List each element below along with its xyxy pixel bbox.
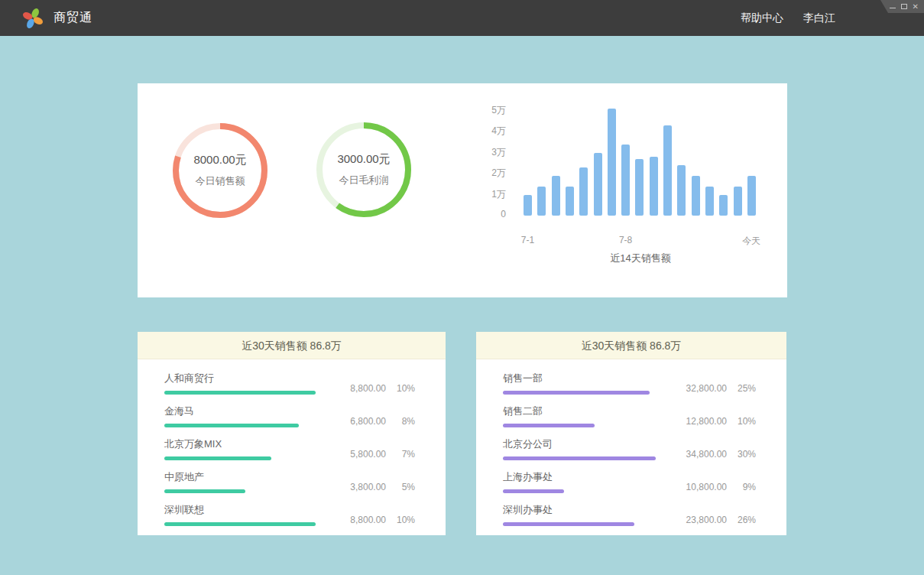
bar-day-16 [734,187,742,216]
bar-day-9 [635,159,644,216]
row-progress-bar [503,522,634,526]
row-percent: 10% [386,383,415,394]
row-value: 8,800.00 [332,515,386,525]
row-name: 深圳联想 [164,503,316,517]
bar-chart-title: 近14天销售额 [524,252,757,265]
sales-row: 北京分公司34,800.0030% [503,437,756,460]
sales-row: 销售一部32,800.0025% [503,372,756,395]
department-sales-list: 销售一部32,800.0025%销售二部12,800.0010%北京分公司34,… [476,359,786,526]
row-progress-bar [164,391,316,395]
sales-row: 人和商贸行8,800.0010% [164,372,415,395]
row-progress-bar [503,456,656,460]
bar-day-7 [608,109,616,216]
bar-day-11 [663,125,672,216]
minimize-icon[interactable] [890,8,896,8]
bar-day-14 [705,187,714,216]
sales-row: 深圳办事处23,800.0026% [503,503,756,526]
row-name: 北京万象MIX [164,437,271,451]
department-sales-panel: 近30天销售额 86.8万 销售一部32,800.0025%销售二部12,800… [476,332,786,535]
row-value: 23,800.00 [673,515,727,525]
sales-row: 上海办事处10,800.009% [503,470,756,493]
row-value: 3,800.00 [332,482,386,492]
row-value: 10,800.00 [673,482,727,492]
y-tick-label: 2万 [474,167,506,180]
summary-panel: 8000.00元 今日销售额 3000.00元 今日毛利润 30天最高：10,0… [138,83,787,297]
bar-day-8 [621,145,630,216]
pinwheel-logo-icon [21,7,44,30]
row-percent: 9% [727,482,756,492]
row-value: 8,800.00 [332,383,386,394]
row-progress-bar [503,424,595,427]
row-progress-bar [164,424,299,427]
row-name: 中原地产 [164,470,245,484]
x-tick-label: 7-8 [619,235,632,245]
bar-day-12 [677,165,686,216]
row-percent: 25% [727,383,756,394]
bar-day-15 [719,195,728,216]
row-name: 销售一部 [503,372,650,385]
sales-row: 金海马6,800.008% [164,404,415,427]
customer-sales-list: 人和商贸行8,800.0010%金海马6,800.008%北京万象MIX5,80… [138,359,446,526]
row-name: 销售二部 [503,404,595,418]
y-tick-label: 5万 [474,104,506,117]
row-name: 金海马 [164,404,299,418]
row-percent: 5% [386,482,415,492]
customer-sales-panel: 近30天销售额 86.8万 人和商贸行8,800.0010%金海马6,800.0… [138,332,446,535]
customer-sales-header: 近30天销售额 86.8万 [138,332,446,359]
row-value: 5,800.00 [332,449,386,460]
row-percent: 10% [727,416,756,427]
today-profit-donut: 3000.00元 今日毛利润 [316,122,411,217]
today-profit-label: 今日毛利润 [339,174,389,187]
row-percent: 30% [727,449,756,460]
titlebar: 商贸通 帮助中心 李白江 ✕ [0,0,924,36]
bar-day-4 [566,187,574,216]
bar-day-10 [650,157,658,216]
row-value: 6,800.00 [332,416,386,427]
row-name: 人和商贸行 [164,372,316,385]
y-tick-label: 1万 [474,188,506,201]
row-progress-bar [503,391,650,395]
close-icon[interactable]: ✕ [913,3,919,11]
sales-bar-chart: 5万4万3万2万1万0 7-17-8今天 近14天销售额 [474,83,787,297]
row-percent: 26% [727,515,756,525]
row-percent: 7% [386,449,415,460]
window-controls: ✕ [880,0,924,13]
row-name: 深圳办事处 [503,503,634,517]
row-percent: 10% [386,515,415,525]
today-sales-donut: 8000.00元 今日销售额 [173,123,267,218]
bar-day-6 [594,153,602,216]
bar-chart-plot [524,99,757,216]
user-name[interactable]: 李白江 [803,11,835,25]
help-center-link[interactable]: 帮助中心 [741,11,783,25]
sales-row: 中原地产3,800.005% [164,470,415,493]
bar-day-2 [537,187,546,216]
y-tick-label: 3万 [474,146,506,159]
today-sales-value: 8000.00元 [193,153,246,167]
x-tick-label: 7-1 [521,235,534,245]
x-tick-label: 今天 [742,235,760,248]
bar-day-3 [552,176,560,216]
row-progress-bar [503,489,564,493]
row-progress-bar [164,489,245,493]
bar-day-13 [692,176,700,216]
y-tick-label: 0 [474,209,506,219]
bar-day-5 [579,167,588,216]
maximize-icon[interactable] [901,4,907,9]
row-value: 32,800.00 [673,383,727,394]
row-progress-bar [164,522,316,526]
y-tick-label: 4万 [474,125,506,138]
row-name: 北京分公司 [503,437,656,451]
sales-row: 深圳联想8,800.0010% [164,503,415,526]
row-progress-bar [164,456,271,460]
bar-day-1 [524,195,532,216]
row-value: 12,800.00 [673,416,727,427]
department-sales-header: 近30天销售额 86.8万 [476,332,786,359]
today-profit-value: 3000.00元 [337,152,390,167]
row-name: 上海办事处 [503,470,564,484]
sales-row: 北京万象MIX5,800.007% [164,437,415,460]
today-sales-label: 今日销售额 [196,174,245,188]
sales-row: 销售二部12,800.0010% [503,404,756,427]
bar-day-17 [747,176,756,216]
row-percent: 8% [386,416,415,427]
app-title: 商贸通 [53,10,92,26]
